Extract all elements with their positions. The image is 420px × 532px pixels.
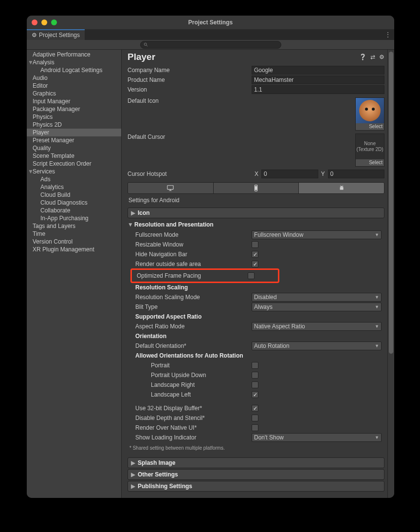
product-name-input[interactable] bbox=[252, 76, 384, 84]
sidebar-item-analytics[interactable]: Analytics bbox=[27, 183, 121, 191]
hotspot-y-label: Y bbox=[320, 171, 326, 177]
default-icon-label: Default Icon bbox=[128, 97, 252, 104]
resizable-window-checkbox[interactable] bbox=[252, 241, 258, 248]
resolution-scaling-mode-dropdown[interactable]: Disabled▼ bbox=[252, 293, 382, 302]
sidebar-item-in-app-purchasing[interactable]: In-App Purchasing bbox=[27, 214, 121, 222]
foldout-splash-image[interactable]: ▶Splash Image bbox=[128, 457, 384, 468]
foldout-other-settings[interactable]: ▶Other Settings bbox=[128, 469, 384, 480]
resolution-scaling-header: Resolution Scaling bbox=[128, 283, 384, 292]
portrait-upside-down-checkbox[interactable] bbox=[252, 372, 258, 379]
default-cursor-select-button[interactable]: Select bbox=[356, 159, 384, 166]
sidebar-item-label: Graphics bbox=[33, 90, 56, 97]
landscape-left-checkbox[interactable] bbox=[252, 391, 258, 398]
blit-type-dropdown[interactable]: Always▼ bbox=[252, 303, 382, 311]
sidebar-item-script-execution-order[interactable]: Script Execution Order bbox=[27, 160, 121, 168]
sidebar-item-label: XR Plugin Management bbox=[33, 246, 94, 253]
sidebar-item-xr-plugin-management[interactable]: XR Plugin Management bbox=[27, 246, 121, 253]
sidebar-item-tags-and-layers[interactable]: Tags and Layers bbox=[27, 222, 121, 230]
sidebar-item-time[interactable]: Time bbox=[27, 230, 121, 238]
sidebar-item-cloud-diagnostics[interactable]: Cloud Diagnostics bbox=[27, 199, 121, 207]
tab-menu-button[interactable]: ⋮ bbox=[382, 29, 394, 40]
disable-depth-stencil-checkbox[interactable] bbox=[252, 415, 258, 421]
svg-line-10 bbox=[340, 186, 341, 187]
sidebar-item-analysis[interactable]: ▼Analysis bbox=[27, 58, 121, 66]
sidebar-item-android-logcat-settings[interactable]: Android Logcat Settings bbox=[27, 66, 121, 74]
disable-depth-stencil-label: Disable Depth and Stencil* bbox=[135, 415, 252, 421]
presets-icon[interactable]: ⇄ bbox=[370, 54, 375, 60]
hamster-icon bbox=[359, 100, 381, 121]
sidebar-item-label: Physics bbox=[33, 114, 53, 120]
sidebar-item-player[interactable]: Player bbox=[27, 129, 121, 136]
sidebar-item-physics[interactable]: Physics bbox=[27, 113, 121, 121]
foldout-resolution-presentation[interactable]: ▼ Resolution and Presentation bbox=[128, 219, 384, 230]
svg-point-9 bbox=[342, 187, 343, 187]
sidebar-item-label: Script Execution Order bbox=[33, 160, 91, 167]
sidebar-item-label: Physics 2D bbox=[33, 121, 62, 128]
render-outside-safe-area-checkbox[interactable] bbox=[252, 261, 258, 267]
default-icon-select-button[interactable]: Select bbox=[356, 123, 384, 130]
hotspot-x-label: X bbox=[254, 171, 259, 177]
platform-tabs bbox=[128, 182, 384, 194]
search-row bbox=[27, 40, 394, 50]
show-loading-indicator-dropdown[interactable]: Don't Show▼ bbox=[252, 433, 382, 442]
sidebar-item-editor[interactable]: Editor bbox=[27, 82, 121, 90]
tab-label: Project Settings bbox=[39, 32, 80, 38]
hotspot-y-input[interactable] bbox=[328, 170, 385, 178]
titlebar: Project Settings bbox=[27, 16, 394, 29]
sidebar-item-collaborate[interactable]: Collaborate bbox=[27, 207, 121, 214]
optimized-frame-pacing-checkbox[interactable] bbox=[248, 272, 255, 279]
company-name-input[interactable] bbox=[252, 66, 384, 75]
fullscreen-mode-dropdown[interactable]: Fullscreen Window▼ bbox=[252, 230, 382, 239]
foldout-icon[interactable]: ▶ Icon bbox=[128, 208, 384, 218]
platform-tab-ios[interactable] bbox=[214, 183, 299, 193]
scrollbar-thumb[interactable] bbox=[389, 52, 393, 354]
sidebar-item-audio[interactable]: Audio bbox=[27, 74, 121, 82]
portrait-checkbox[interactable] bbox=[252, 362, 258, 369]
tab-project-settings[interactable]: ⚙ Project Settings bbox=[27, 29, 85, 40]
cursor-hotspot-label: Cursor Hotspot bbox=[128, 171, 252, 177]
platform-tab-standalone[interactable] bbox=[128, 183, 214, 193]
foldout-publishing-settings[interactable]: ▶Publishing Settings bbox=[128, 481, 384, 492]
sidebar-item-version-control[interactable]: Version Control bbox=[27, 238, 121, 246]
sidebar-item-ads[interactable]: Ads bbox=[27, 175, 121, 183]
hide-nav-bar-label: Hide Navigation Bar bbox=[135, 251, 252, 258]
settings-gear-icon[interactable]: ⚙ bbox=[379, 54, 384, 60]
sidebar-item-cloud-build[interactable]: Cloud Build bbox=[27, 191, 121, 199]
platform-tab-android[interactable] bbox=[299, 183, 384, 193]
hotspot-x-input[interactable] bbox=[261, 170, 318, 178]
sidebar-item-label: Time bbox=[33, 230, 45, 237]
sidebar-item-scene-template[interactable]: Scene Template bbox=[27, 152, 121, 160]
sidebar-item-label: Version Control bbox=[33, 238, 73, 245]
render-over-native-ui-checkbox[interactable] bbox=[252, 424, 258, 431]
sidebar-item-input-manager[interactable]: Input Manager bbox=[27, 97, 121, 105]
portrait-upside-down-label: Portrait Upside Down bbox=[151, 372, 252, 379]
sidebar-item-preset-manager[interactable]: Preset Manager bbox=[27, 136, 121, 144]
optimized-frame-pacing-label: Optimized Frame Pacing bbox=[137, 272, 248, 279]
android-icon bbox=[338, 185, 345, 191]
sidebar-item-physics-2d[interactable]: Physics 2D bbox=[27, 121, 121, 129]
use-32bit-buffer-checkbox[interactable] bbox=[252, 405, 258, 412]
sidebar-item-label: In-App Purchasing bbox=[40, 215, 89, 222]
search-input[interactable] bbox=[140, 41, 281, 49]
default-icon-field[interactable]: Select bbox=[355, 97, 384, 131]
sidebar-item-adaptive-performance[interactable]: Adaptive Performance bbox=[27, 51, 121, 58]
fullscreen-mode-label: Fullscreen Mode bbox=[135, 231, 252, 238]
sidebar-item-label: Input Manager bbox=[33, 98, 70, 105]
sidebar-item-package-manager[interactable]: Package Manager bbox=[27, 105, 121, 113]
landscape-right-checkbox[interactable] bbox=[252, 381, 258, 388]
version-input[interactable] bbox=[252, 85, 384, 94]
vertical-scrollbar[interactable] bbox=[387, 50, 394, 498]
sidebar-item-services[interactable]: ▼Services bbox=[27, 168, 121, 175]
platform-settings-label: Settings for Android bbox=[128, 194, 387, 208]
default-cursor-field[interactable]: None (Texture 2D) Select bbox=[355, 133, 384, 167]
sidebar-item-graphics[interactable]: Graphics bbox=[27, 90, 121, 97]
default-orientation-dropdown[interactable]: Auto Rotation▼ bbox=[252, 342, 382, 350]
chevron-right-icon: ▶ bbox=[131, 209, 135, 216]
hide-nav-bar-checkbox[interactable] bbox=[252, 251, 258, 258]
help-icon[interactable]: ❔ bbox=[359, 54, 366, 60]
tab-bar: ⚙ Project Settings ⋮ bbox=[27, 29, 394, 40]
aspect-ratio-mode-dropdown[interactable]: Native Aspect Ratio▼ bbox=[252, 322, 382, 331]
default-cursor-preview: None (Texture 2D) bbox=[356, 134, 384, 159]
sidebar-item-label: Cloud Build bbox=[40, 191, 70, 198]
sidebar-item-quality[interactable]: Quality bbox=[27, 144, 121, 152]
